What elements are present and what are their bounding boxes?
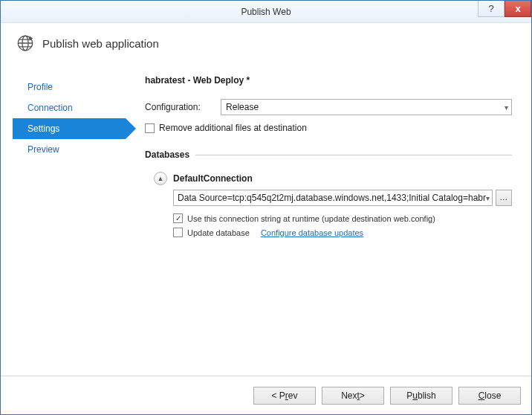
help-button[interactable]: ?	[478, 1, 505, 17]
collapse-toggle[interactable]: ▲	[154, 172, 167, 185]
chevron-down-icon: ▾	[486, 194, 490, 202]
configuration-select[interactable]: Release ▾	[221, 99, 512, 115]
sidebar-item-profile[interactable]: Profile	[13, 77, 126, 97]
settings-panel: habratest - Web Deploy * Configuration: …	[126, 66, 519, 376]
remove-files-label: Remove additional files at destination	[159, 123, 307, 133]
connection-string-value: Data Source=tcp:q545q2t2mj.database.wind…	[178, 193, 486, 203]
configuration-label: Configuration:	[145, 102, 215, 112]
close-window-button[interactable]: x	[505, 1, 531, 17]
chevron-down-icon: ▾	[505, 103, 508, 112]
use-runtime-checkbox[interactable]: ✓	[173, 213, 183, 223]
wizard-sidebar: Profile Connection Settings Preview	[13, 66, 126, 376]
sidebar-item-preview[interactable]: Preview	[13, 139, 126, 160]
publish-button[interactable]: Publish	[390, 387, 452, 405]
databases-heading: Databases	[145, 149, 189, 160]
publish-web-dialog: Publish Web ? x Publish web application …	[0, 0, 532, 415]
update-database-label: Update database	[187, 228, 250, 237]
update-database-checkbox[interactable]	[173, 228, 183, 237]
configure-database-updates-link[interactable]: Configure database updates	[261, 228, 363, 237]
globe-arrow-icon	[16, 33, 35, 53]
divider	[195, 155, 512, 155]
connection-name: DefaultConnection	[173, 173, 253, 184]
next-button[interactable]: Next >	[322, 387, 384, 405]
connection-string-browse-button[interactable]: ...	[496, 190, 512, 206]
sidebar-item-label: Preview	[27, 144, 59, 155]
connection-string-input[interactable]: Data Source=tcp:q545q2t2mj.database.wind…	[173, 190, 493, 206]
sidebar-item-label: Profile	[27, 82, 53, 92]
use-runtime-label: Use this connection string at runtime (u…	[187, 214, 435, 223]
configuration-value: Release	[226, 102, 259, 112]
sidebar-item-connection[interactable]: Connection	[13, 97, 126, 118]
prev-button[interactable]: < Prev	[253, 387, 316, 405]
remove-files-checkbox[interactable]	[145, 123, 155, 133]
dialog-footer: < Prev Next > Publish Close	[1, 376, 531, 414]
sidebar-item-settings[interactable]: Settings	[13, 118, 126, 139]
dialog-header: Publish web application	[16, 33, 519, 53]
default-connection-group: ▲ DefaultConnection Data Source=tcp:q545…	[154, 172, 512, 237]
window-title: Publish Web	[1, 7, 531, 17]
close-button[interactable]: Close	[458, 387, 521, 405]
titlebar: Publish Web ? x	[1, 1, 531, 23]
chevron-up-icon: ▲	[158, 175, 164, 182]
sidebar-item-label: Connection	[27, 103, 73, 113]
dialog-heading: Publish web application	[42, 37, 159, 50]
sidebar-item-label: Settings	[27, 123, 59, 134]
page-title: habratest - Web Deploy *	[145, 75, 512, 86]
